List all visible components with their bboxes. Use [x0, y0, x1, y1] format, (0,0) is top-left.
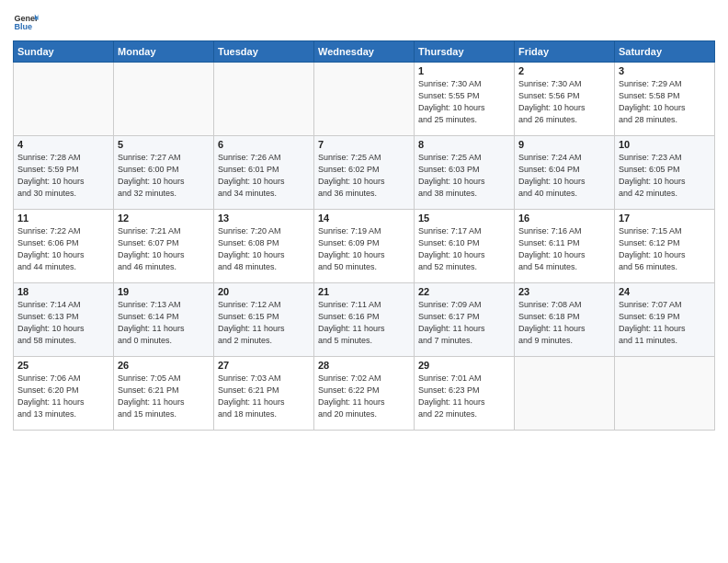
- day-number: 8: [418, 139, 510, 150]
- day-cell: 16Sunrise: 7:16 AM Sunset: 6:11 PM Dayli…: [515, 210, 615, 283]
- day-info: Sunrise: 7:01 AM Sunset: 6:23 PM Dayligh…: [418, 373, 510, 420]
- logo-icon: General Blue: [13, 9, 39, 35]
- day-info: Sunrise: 7:03 AM Sunset: 6:21 PM Dayligh…: [218, 373, 310, 420]
- day-number: 1: [418, 65, 510, 76]
- weekday-header-wednesday: Wednesday: [314, 41, 415, 63]
- day-info: Sunrise: 7:17 AM Sunset: 6:10 PM Dayligh…: [418, 225, 510, 273]
- day-cell: 19Sunrise: 7:13 AM Sunset: 6:14 PM Dayli…: [114, 283, 214, 357]
- day-cell: 12Sunrise: 7:21 AM Sunset: 6:07 PM Dayli…: [114, 210, 214, 283]
- day-cell: [515, 357, 615, 431]
- day-number: 15: [418, 213, 510, 224]
- day-number: 9: [518, 139, 610, 150]
- day-cell: 7Sunrise: 7:25 AM Sunset: 6:02 PM Daylig…: [314, 136, 415, 210]
- day-info: Sunrise: 7:14 AM Sunset: 6:13 PM Dayligh…: [17, 299, 109, 347]
- day-cell: 23Sunrise: 7:08 AM Sunset: 6:18 PM Dayli…: [515, 283, 615, 357]
- day-info: Sunrise: 7:29 AM Sunset: 5:58 PM Dayligh…: [619, 78, 711, 126]
- day-info: Sunrise: 7:20 AM Sunset: 6:08 PM Dayligh…: [218, 225, 310, 273]
- day-info: Sunrise: 7:26 AM Sunset: 6:01 PM Dayligh…: [218, 152, 310, 200]
- day-number: 18: [17, 286, 109, 297]
- day-number: 13: [218, 213, 310, 224]
- day-cell: 15Sunrise: 7:17 AM Sunset: 6:10 PM Dayli…: [415, 210, 515, 283]
- day-info: Sunrise: 7:28 AM Sunset: 5:59 PM Dayligh…: [17, 152, 109, 200]
- day-info: Sunrise: 7:22 AM Sunset: 6:06 PM Dayligh…: [17, 225, 109, 273]
- day-cell: 28Sunrise: 7:02 AM Sunset: 6:22 PM Dayli…: [314, 357, 415, 431]
- day-cell: 26Sunrise: 7:05 AM Sunset: 6:21 PM Dayli…: [114, 357, 214, 431]
- day-number: 19: [118, 286, 210, 297]
- weekday-header-saturday: Saturday: [615, 41, 715, 63]
- week-row-4: 18Sunrise: 7:14 AM Sunset: 6:13 PM Dayli…: [14, 283, 715, 357]
- day-info: Sunrise: 7:11 AM Sunset: 6:16 PM Dayligh…: [318, 299, 410, 347]
- day-cell: 29Sunrise: 7:01 AM Sunset: 6:23 PM Dayli…: [415, 357, 515, 431]
- day-cell: 21Sunrise: 7:11 AM Sunset: 6:16 PM Dayli…: [314, 283, 415, 357]
- day-number: 20: [218, 286, 310, 297]
- day-cell: 10Sunrise: 7:23 AM Sunset: 6:05 PM Dayli…: [615, 136, 715, 210]
- day-number: 29: [418, 360, 510, 371]
- weekday-header-tuesday: Tuesday: [214, 41, 314, 63]
- day-cell: [214, 63, 314, 136]
- day-info: Sunrise: 7:30 AM Sunset: 5:55 PM Dayligh…: [418, 78, 510, 126]
- day-number: 21: [318, 286, 410, 297]
- day-info: Sunrise: 7:25 AM Sunset: 6:02 PM Dayligh…: [318, 152, 410, 200]
- svg-text:Blue: Blue: [14, 22, 32, 31]
- calendar-table: SundayMondayTuesdayWednesdayThursdayFrid…: [13, 40, 715, 431]
- day-number: 26: [118, 360, 210, 371]
- day-cell: 14Sunrise: 7:19 AM Sunset: 6:09 PM Dayli…: [314, 210, 415, 283]
- weekday-header-friday: Friday: [515, 41, 615, 63]
- weekday-header-monday: Monday: [114, 41, 214, 63]
- week-row-1: 1Sunrise: 7:30 AM Sunset: 5:55 PM Daylig…: [14, 63, 715, 136]
- day-number: 17: [619, 213, 711, 224]
- day-number: 6: [218, 139, 310, 150]
- day-cell: 18Sunrise: 7:14 AM Sunset: 6:13 PM Dayli…: [14, 283, 114, 357]
- day-number: 23: [518, 286, 610, 297]
- day-number: 25: [17, 360, 109, 371]
- week-row-5: 25Sunrise: 7:06 AM Sunset: 6:20 PM Dayli…: [14, 357, 715, 431]
- week-row-2: 4Sunrise: 7:28 AM Sunset: 5:59 PM Daylig…: [14, 136, 715, 210]
- day-cell: 3Sunrise: 7:29 AM Sunset: 5:58 PM Daylig…: [615, 63, 715, 136]
- day-cell: 4Sunrise: 7:28 AM Sunset: 5:59 PM Daylig…: [14, 136, 114, 210]
- header: General Blue: [13, 9, 715, 35]
- day-number: 28: [318, 360, 410, 371]
- day-cell: 5Sunrise: 7:27 AM Sunset: 6:00 PM Daylig…: [114, 136, 214, 210]
- day-info: Sunrise: 7:12 AM Sunset: 6:15 PM Dayligh…: [218, 299, 310, 347]
- day-cell: 9Sunrise: 7:24 AM Sunset: 6:04 PM Daylig…: [515, 136, 615, 210]
- day-number: 22: [418, 286, 510, 297]
- day-info: Sunrise: 7:24 AM Sunset: 6:04 PM Dayligh…: [518, 152, 610, 200]
- day-number: 7: [318, 139, 410, 150]
- week-row-3: 11Sunrise: 7:22 AM Sunset: 6:06 PM Dayli…: [14, 210, 715, 283]
- day-cell: 11Sunrise: 7:22 AM Sunset: 6:06 PM Dayli…: [14, 210, 114, 283]
- day-number: 27: [218, 360, 310, 371]
- day-info: Sunrise: 7:09 AM Sunset: 6:17 PM Dayligh…: [418, 299, 510, 347]
- day-cell: 13Sunrise: 7:20 AM Sunset: 6:08 PM Dayli…: [214, 210, 314, 283]
- day-cell: [615, 357, 715, 431]
- day-number: 5: [118, 139, 210, 150]
- day-info: Sunrise: 7:25 AM Sunset: 6:03 PM Dayligh…: [418, 152, 510, 200]
- day-cell: [314, 63, 415, 136]
- day-info: Sunrise: 7:15 AM Sunset: 6:12 PM Dayligh…: [619, 225, 711, 273]
- day-cell: 1Sunrise: 7:30 AM Sunset: 5:55 PM Daylig…: [415, 63, 515, 136]
- day-number: 2: [518, 65, 610, 76]
- day-number: 12: [118, 213, 210, 224]
- day-info: Sunrise: 7:16 AM Sunset: 6:11 PM Dayligh…: [518, 225, 610, 273]
- day-info: Sunrise: 7:27 AM Sunset: 6:00 PM Dayligh…: [118, 152, 210, 200]
- day-cell: 6Sunrise: 7:26 AM Sunset: 6:01 PM Daylig…: [214, 136, 314, 210]
- day-cell: 20Sunrise: 7:12 AM Sunset: 6:15 PM Dayli…: [214, 283, 314, 357]
- day-info: Sunrise: 7:19 AM Sunset: 6:09 PM Dayligh…: [318, 225, 410, 273]
- day-cell: 17Sunrise: 7:15 AM Sunset: 6:12 PM Dayli…: [615, 210, 715, 283]
- day-info: Sunrise: 7:21 AM Sunset: 6:07 PM Dayligh…: [118, 225, 210, 273]
- day-cell: 27Sunrise: 7:03 AM Sunset: 6:21 PM Dayli…: [214, 357, 314, 431]
- logo: General Blue: [13, 9, 39, 35]
- day-number: 11: [17, 213, 109, 224]
- day-number: 10: [619, 139, 711, 150]
- day-number: 24: [619, 286, 711, 297]
- day-number: 3: [619, 65, 711, 76]
- day-cell: [114, 63, 214, 136]
- day-info: Sunrise: 7:05 AM Sunset: 6:21 PM Dayligh…: [118, 373, 210, 420]
- day-info: Sunrise: 7:13 AM Sunset: 6:14 PM Dayligh…: [118, 299, 210, 347]
- day-number: 4: [17, 139, 109, 150]
- day-cell: [14, 63, 114, 136]
- weekday-header-sunday: Sunday: [14, 41, 114, 63]
- day-info: Sunrise: 7:23 AM Sunset: 6:05 PM Dayligh…: [619, 152, 711, 200]
- day-cell: 2Sunrise: 7:30 AM Sunset: 5:56 PM Daylig…: [515, 63, 615, 136]
- day-info: Sunrise: 7:30 AM Sunset: 5:56 PM Dayligh…: [518, 78, 610, 126]
- day-cell: 24Sunrise: 7:07 AM Sunset: 6:19 PM Dayli…: [615, 283, 715, 357]
